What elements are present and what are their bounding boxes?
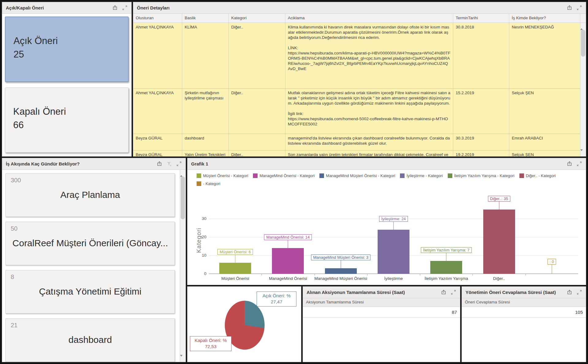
cell-baslik: Yalın Üretim Teknikleri [182, 150, 229, 156]
cell-kimde: Selçuk ŞEN [509, 150, 580, 156]
bar-2[interactable] [272, 248, 304, 274]
header-icons [567, 5, 582, 11]
card-value: 66 [13, 118, 128, 132]
column-header-kimde[interactable]: İş Kimde Bekliyor? [509, 14, 580, 23]
card-label: Kapalı Öneri [13, 105, 128, 118]
x-category-label: İletişim Yazılım Yarışma [424, 276, 468, 281]
legend-label: Diğer.. - Kategori [526, 173, 556, 178]
table-vertical-scrollbar[interactable] [580, 23, 586, 156]
bar-5[interactable] [430, 261, 462, 274]
waiting-card[interactable]: 21dashboard [6, 318, 175, 362]
cell-aciklama: Son zamanlarda yalın üretim teknikleri f… [285, 150, 453, 156]
legend-swatch [197, 173, 201, 178]
export-icon[interactable] [441, 289, 447, 295]
y-tick-label: 20 [198, 235, 206, 239]
bar-value-callout: İletişim Yazılım Yarışma: 7 [421, 247, 472, 253]
scroll-thumb[interactable] [181, 176, 185, 219]
export-icon[interactable] [156, 161, 162, 167]
bar-1[interactable] [219, 263, 251, 274]
cell-olusturan: Ahmet YALÇINKAYA [133, 23, 182, 88]
waiting-label: dashboard [9, 335, 172, 345]
dashboard: Açık/Kapalı Öneri Açık Öneri 25 Kapalı Ö… [0, 0, 588, 364]
scroll-up-button[interactable] [580, 23, 586, 28]
plot-area: Müşteri Önerisi: 6ManageMind Önerisi: 14… [209, 204, 578, 274]
export-icon[interactable] [112, 5, 118, 11]
cell-aciklama: managemind'da listview ekranında çıkan d… [285, 134, 453, 150]
legend-item: Diğer.. - Kategori [519, 173, 556, 178]
clear-filter-icon[interactable] [166, 161, 172, 167]
waiting-card[interactable]: 8Çatışma Yönetimi Eğitimi [6, 270, 175, 314]
y-axis-label: Kategori [195, 228, 202, 253]
legend-label: Müşteri Önerisi - Kategori [203, 173, 248, 178]
cell-kategori: Diğer.. [229, 89, 285, 134]
bar-4[interactable] [378, 230, 409, 274]
bar-value-callout: ManageMind Müşteri Önerisi: 3 [311, 254, 371, 260]
callout-connector [394, 222, 394, 230]
column-header-olusturan[interactable]: Olusturan [133, 14, 182, 23]
panel-title: Alınan Aksiyonun Tamamlanma Süresi (Saat… [307, 290, 405, 295]
callout-connector [341, 260, 341, 268]
maximize-icon[interactable] [122, 5, 128, 11]
legend-item: İletişim Yazılım Yarışma - Kategori [448, 173, 514, 178]
header-icons [441, 289, 456, 295]
cell-kimde: Emrah ARABACI [509, 134, 580, 150]
maximize-icon[interactable] [450, 289, 456, 295]
cell-termin: 19.2.2019 [453, 150, 509, 156]
callout-connector [552, 265, 552, 274]
cell-olusturan: Beyza GÜRAL [133, 134, 182, 150]
maximize-icon[interactable] [576, 5, 582, 11]
scroll-down-button[interactable] [180, 357, 186, 362]
bar-6[interactable] [483, 210, 515, 274]
table-row[interactable]: Beyza GÜRALYalın Üretim TeknikleriDiğer.… [133, 150, 580, 156]
callout-connector [288, 240, 288, 248]
column-header-aciklama[interactable]: Aciklama [285, 14, 453, 23]
details-table: OlusturanBaslikKategoriAciklamaTerminTar… [133, 14, 586, 156]
cell-kimde: Selçuk ŞEN [509, 89, 580, 134]
maximize-icon[interactable] [576, 161, 582, 167]
list-vertical-scrollbar[interactable] [180, 170, 186, 362]
export-icon[interactable] [567, 161, 572, 167]
table-row[interactable]: Beyza GÜRALdashboardmanagemind'da listvi… [133, 134, 580, 150]
scroll-up-button[interactable] [180, 170, 186, 175]
panel-title: Grafik 1 [191, 161, 208, 166]
grid-column-label: Öneri Cevaplama Süresi [462, 298, 586, 307]
column-header-termin[interactable]: TerminTarihi [453, 14, 509, 23]
axis-tick [473, 274, 473, 276]
pie-callout-value: 72,53 [193, 344, 229, 350]
bar-chart: Müşteri Önerisi - KategoriManageMind Öne… [187, 170, 586, 285]
table-row[interactable]: Ahmet YALÇINKAYAKLİMADiğer..Klima kullan… [133, 23, 580, 89]
x-axis-labels: Müşteri ÖnerisiManageMind ÖnerisiManageM… [209, 276, 578, 282]
chart-legend-row-2: - Kategori [197, 181, 225, 186]
scroll-thumb[interactable] [581, 30, 585, 57]
table-row[interactable]: Ahmet YALÇINKAYAŞirketin mutfağının iyil… [133, 89, 580, 134]
bar-3[interactable] [325, 268, 357, 274]
maximize-icon[interactable] [176, 161, 182, 167]
legend-label: ManageMind Önerisi - Kategori [259, 173, 315, 178]
legend-swatch [448, 173, 452, 178]
card-closed-suggestions[interactable]: Kapalı Öneri 66 [5, 87, 129, 153]
waiting-days: 300 [11, 177, 21, 184]
scroll-down-button[interactable] [580, 151, 586, 156]
pie-callout-value: 27,47 [259, 299, 294, 305]
panel-waiting-days-header: İş Akışında Kaç Gündür Bekliyor? [2, 158, 186, 170]
waiting-label: CoralReef Müşteri Önerileri (Göncay... [9, 238, 172, 248]
cell-aciklama: Mutfak olanaklarının gelişmesi adına ort… [285, 89, 453, 134]
column-header-kategori[interactable]: Kategori [229, 14, 285, 23]
legend-swatch [253, 173, 258, 178]
export-icon[interactable] [567, 5, 572, 11]
panel-action-duration: Alınan Aksiyonun Tamamlanma Süresi (Saat… [303, 286, 460, 362]
legend-label: - Kategori [203, 181, 220, 186]
y-tick-label: 10 [198, 253, 206, 258]
callout-connector [235, 255, 236, 263]
waiting-label: Araç Planlama [9, 190, 172, 200]
grid-value: 87 [303, 307, 460, 318]
waiting-card[interactable]: 300Araç Planlama [6, 173, 175, 217]
card-open-suggestions[interactable]: Açık Öneri 25 [5, 17, 129, 82]
maximize-icon[interactable] [576, 289, 582, 295]
waiting-days: 21 [11, 322, 17, 329]
panel-grafik-header: Grafik 1 [187, 158, 586, 170]
panel-title: Açık/Kapalı Öneri [6, 5, 44, 10]
waiting-card[interactable]: 50CoralReef Müşteri Önerileri (Göncay... [6, 222, 175, 265]
export-icon[interactable] [567, 289, 572, 295]
column-header-baslik[interactable]: Baslik [182, 14, 229, 23]
